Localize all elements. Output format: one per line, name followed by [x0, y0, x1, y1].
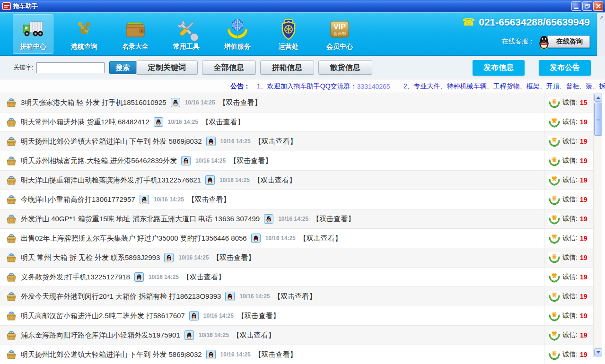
- arrow-down-icon: [596, 351, 600, 354]
- list-item-text: 浦东金海路向阳圩路仓库洋山小轻箱外发51975901: [21, 331, 180, 340]
- qq-icon[interactable]: [154, 117, 163, 127]
- credit-hands-icon: 誉: [548, 310, 560, 322]
- search-button[interactable]: 搜索: [109, 61, 136, 74]
- announcement-label: 公告：: [230, 82, 250, 91]
- toolbar-item-6[interactable]: 运营处: [268, 14, 309, 54]
- qq-icon[interactable]: [181, 156, 191, 165]
- list-item[interactable]: 明天洋山提重箱洋山动检落滨港外发,打手机13122576621 10/16 14…: [0, 171, 593, 190]
- qq-icon[interactable]: [140, 195, 149, 204]
- announcement-qq-group: 333140265: [357, 83, 390, 90]
- credit-value: 15: [580, 99, 587, 106]
- credit-value: 19: [580, 118, 587, 126]
- qq-icon[interactable]: [189, 311, 199, 321]
- list-item[interactable]: 明天 常州 大箱 拆 无检 外发 联系5893J2993 10/16 14:25…: [0, 248, 593, 268]
- list-item-time: 10/16 14:25: [195, 157, 226, 164]
- all-info-button[interactable]: 全部信息: [202, 61, 256, 75]
- list-item[interactable]: 明天扬州北郊公道镇大轻箱进洋山 下午到 外发 5869j8032 10/16 1…: [0, 132, 593, 151]
- toolbar-item-label: 常用工具: [173, 43, 200, 51]
- toolbar-item-7[interactable]: VIP会员制 会员中心: [319, 14, 360, 54]
- list-item-time: 10/16 14:25: [203, 312, 234, 319]
- restore-button[interactable]: [582, 1, 592, 11]
- list-item-time: 10/16 14:25: [220, 351, 251, 358]
- qq-icon[interactable]: [206, 137, 216, 146]
- wallet-icon: [123, 17, 148, 42]
- close-button[interactable]: [593, 1, 603, 11]
- credit-label: 诚信:: [562, 350, 578, 359]
- qq-icon[interactable]: [205, 175, 215, 185]
- side-panel-strip[interactable]: [597, 13, 605, 56]
- search-bar: 关键字: 搜索 定制关键词 全部信息 拼箱信息 散货信息 发布信息 发布公告: [0, 56, 605, 79]
- cargo-box-icon: [6, 195, 17, 204]
- scroll-down-button[interactable]: [594, 348, 602, 356]
- list-item[interactable]: 浦东金海路向阳圩路仓库洋山小轻箱外发51975901 10/16 14:25 【…: [0, 326, 593, 345]
- minimize-button[interactable]: [571, 1, 581, 11]
- svg-text:誉: 誉: [551, 176, 557, 182]
- app-window: 拖车助手 拼箱中心 港航查询 名录大全 常用工具 增值服务 运营处 VIP会员制: [0, 0, 605, 364]
- double-click-view-label: 【双击查看】: [183, 273, 225, 282]
- bulk-info-button[interactable]: 散货信息: [318, 61, 372, 75]
- list-item-text: 明天高邮汉留小箱进洋山2.5吨二班外发 打58617607: [21, 312, 185, 321]
- list-item[interactable]: 义务散货外发;打手机13225127918 10/16 14:25 【双击查看】…: [0, 268, 593, 287]
- svg-text:誉: 誉: [551, 234, 557, 240]
- qq-icon[interactable]: [206, 350, 216, 359]
- svg-text:誉: 誉: [551, 156, 557, 162]
- credit-value: 19: [580, 254, 587, 261]
- scroll-up-button[interactable]: [594, 94, 602, 102]
- list-item-time: 10/16 14:25: [278, 216, 308, 222]
- publish-info-button[interactable]: 发布信息: [473, 60, 525, 76]
- qq-icon[interactable]: [225, 292, 235, 301]
- qq-icon[interactable]: [164, 253, 174, 262]
- list-item[interactable]: 外发今天现在外港到闵行20*1 大箱价 拆箱有检 打186213O9393 10…: [0, 287, 593, 306]
- qq-icon[interactable]: [171, 98, 180, 107]
- list-item[interactable]: 外发洋山 40GP*1 箱货重15吨 地址 浦东北路五洲大道口 电话 13636…: [0, 209, 593, 229]
- scrollbar[interactable]: [593, 93, 602, 357]
- keyword-input[interactable]: [36, 62, 105, 73]
- credit-hands-icon: 誉: [548, 291, 560, 303]
- list-item[interactable]: 明天高邮汉留小箱进洋山2.5吨二班外发 打58617607 10/16 14:2…: [0, 306, 593, 326]
- credit-cell: 誉 诚信: 19: [544, 113, 593, 131]
- list-item[interactable]: 明天常州小箱进外港 货重12吨 68482412 10/16 14:25 【双击…: [0, 113, 593, 132]
- online-service-label: 在线客服：: [502, 37, 535, 46]
- svg-text:誉: 誉: [551, 137, 557, 143]
- list-item-time: 10/16 14:25: [220, 138, 251, 145]
- credit-cell: 誉 诚信: 15: [544, 93, 593, 112]
- list-item-time: 10/16 14:25: [199, 332, 229, 338]
- qq-icon[interactable]: [134, 272, 144, 282]
- custom-keywords-button[interactable]: 定制关键词: [136, 61, 198, 75]
- list-item[interactable]: 3明天张家港大箱 轻 外发 打手机18516010925 10/16 14:25…: [0, 93, 593, 113]
- double-click-view-label: 【双击查看】: [188, 195, 230, 204]
- list-item[interactable]: 明天苏州相城富元路.大轻箱,进外港56462839外发 10/16 14:25 …: [0, 151, 593, 171]
- cargo-box-icon: [6, 330, 17, 340]
- credit-value: 19: [580, 234, 587, 242]
- app-logo-icon: [2, 2, 11, 10]
- credit-hands-icon: 誉: [548, 97, 560, 109]
- online-consult-button[interactable]: 在线咨询: [547, 35, 590, 48]
- shield-badge-icon: [276, 17, 301, 42]
- anchors-icon: [72, 17, 96, 42]
- credit-hands-icon: 誉: [548, 213, 560, 225]
- scrollbar-thumb[interactable]: [594, 103, 602, 136]
- lcl-info-button[interactable]: 拼箱信息: [260, 61, 314, 75]
- credit-cell: 誉 诚信: 19: [544, 171, 593, 190]
- toolbar-item-3[interactable]: 名录大全: [115, 14, 156, 54]
- svg-text:誉: 誉: [551, 98, 557, 104]
- list-item-time: 10/16 14:25: [185, 99, 215, 106]
- toolbar-item-4[interactable]: 常用工具: [166, 14, 207, 54]
- qq-icon[interactable]: [251, 234, 261, 243]
- credit-label: 诚信:: [562, 331, 578, 339]
- list-item[interactable]: 明天扬州北郊公道镇大轻箱进洋山 下午到 外发 5869j8032 10/16 1…: [0, 345, 593, 364]
- publish-notice-button[interactable]: 发布公告: [539, 60, 591, 76]
- close-icon: [596, 4, 601, 9]
- double-click-view-label: 【双击查看】: [212, 253, 255, 262]
- cargo-box-icon: [6, 156, 17, 165]
- qq-icon[interactable]: [264, 214, 273, 224]
- list-item[interactable]: 今晚洋山小重箱高价打13061772957 10/16 14:25 【双击查看】…: [0, 190, 593, 209]
- toolbar-item-2[interactable]: 港航查询: [64, 14, 105, 54]
- list-item-text: 外发洋山 40GP*1 箱货重15吨 地址 浦东北路五洲大道口 电话 13636…: [21, 215, 260, 224]
- toolbar-item-5[interactable]: 增值服务: [217, 14, 258, 54]
- hotline-number: 021-65634288/65639949: [479, 17, 590, 28]
- toolbar-item-1[interactable]: 拼箱中心: [13, 14, 53, 54]
- list-item[interactable]: 出售02年上海牌照斯太尔车头集装户 好过户35000 要的打1356446 80…: [0, 229, 593, 248]
- qq-icon[interactable]: [184, 330, 194, 340]
- credit-hands-icon: 誉: [548, 194, 560, 206]
